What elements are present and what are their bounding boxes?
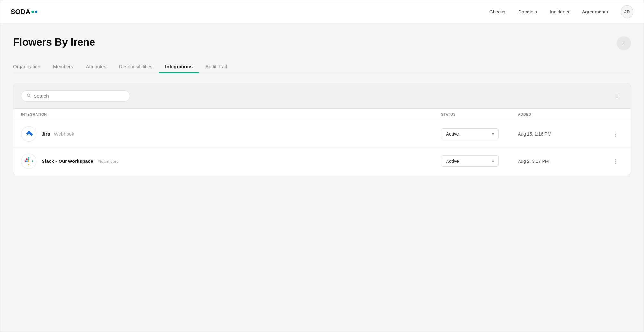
page-header-row: Flowers By Irene ⋮ (13, 36, 631, 50)
row-more-button-slack[interactable]: ⋮ (608, 156, 623, 166)
search-icon (27, 93, 31, 99)
svg-rect-3 (26, 160, 28, 162)
col-header-added: ADDED (518, 112, 608, 116)
search-input-wrapper[interactable] (21, 90, 130, 102)
status-dropdown-jira[interactable]: Active ▾ (441, 128, 499, 139)
chevron-down-icon: ▾ (492, 159, 494, 163)
add-integration-button[interactable]: + (611, 90, 623, 102)
integrations-panel: + INTEGRATION STATUS ADDED (13, 84, 631, 175)
chevron-down-icon: ▾ (492, 132, 494, 136)
status-cell-jira: Active ▾ (441, 128, 518, 139)
table-header: INTEGRATION STATUS ADDED (13, 109, 631, 120)
added-date-slack: Aug 2, 3:17 PM (518, 159, 608, 164)
status-dropdown-slack[interactable]: Active ▾ (441, 155, 499, 167)
logo-dot-green-icon (31, 11, 34, 13)
tab-audit-trail[interactable]: Audit Trail (199, 61, 233, 73)
col-header-actions (608, 112, 623, 116)
nav-incidents[interactable]: Incidents (550, 9, 569, 14)
svg-rect-4 (28, 158, 29, 160)
page-more-button[interactable]: ⋮ (617, 36, 631, 50)
svg-rect-8 (32, 160, 33, 162)
nav-checks[interactable]: Checks (489, 9, 505, 14)
svg-rect-5 (28, 160, 29, 162)
added-date-jira: Aug 15, 1:16 PM (518, 131, 608, 137)
avatar[interactable]: JR (621, 5, 633, 18)
jira-logo (21, 126, 36, 142)
tab-members[interactable]: Members (47, 61, 80, 73)
main-content: Flowers By Irene ⋮ Organization Members … (0, 23, 644, 332)
tab-responsibilities[interactable]: Responsibilities (113, 61, 159, 73)
nav-agreements[interactable]: Agreements (582, 9, 608, 14)
table-row: Slack - Our workspace #team-core Active … (13, 148, 631, 175)
nav-datasets[interactable]: Datasets (518, 9, 537, 14)
search-bar-row: + (13, 84, 631, 109)
col-header-integration: INTEGRATION (21, 112, 441, 116)
page-title: Flowers By Irene (13, 36, 95, 48)
logo: SODA (11, 8, 37, 16)
search-input[interactable] (34, 93, 125, 99)
row-more-button-jira[interactable]: ⋮ (608, 129, 623, 139)
status-label-slack: Active (446, 158, 459, 164)
logo-text: SODA (11, 8, 30, 16)
logo-dot-blue-icon (35, 11, 37, 13)
status-cell-slack: Active ▾ (441, 155, 518, 167)
col-header-status: STATUS (441, 112, 518, 116)
integration-name-slack: Slack - Our workspace #team-core (42, 158, 119, 164)
svg-rect-9 (28, 164, 29, 165)
main-nav: Checks Datasets Incidents Agreements JR (489, 5, 633, 18)
table-row: Jira Webhook Active ▾ Aug 15, 1:16 PM ⋮ (13, 120, 631, 148)
app-wrapper: SODA Checks Datasets Incidents Agreement… (0, 0, 644, 332)
tab-attributes[interactable]: Attributes (80, 61, 113, 73)
integration-cell-jira: Jira Webhook (21, 126, 441, 142)
svg-rect-2 (26, 158, 28, 160)
svg-rect-6 (25, 160, 26, 162)
svg-rect-7 (28, 157, 29, 158)
slack-logo (21, 154, 36, 169)
tab-organization[interactable]: Organization (13, 61, 47, 73)
tabs-bar: Organization Members Attributes Responsi… (13, 61, 631, 73)
integration-name-jira: Jira Webhook (42, 131, 74, 137)
integration-cell-slack: Slack - Our workspace #team-core (21, 154, 441, 169)
svg-line-1 (30, 96, 31, 98)
tab-integrations[interactable]: Integrations (159, 61, 199, 73)
status-label-jira: Active (446, 131, 459, 137)
header: SODA Checks Datasets Incidents Agreement… (0, 0, 644, 23)
